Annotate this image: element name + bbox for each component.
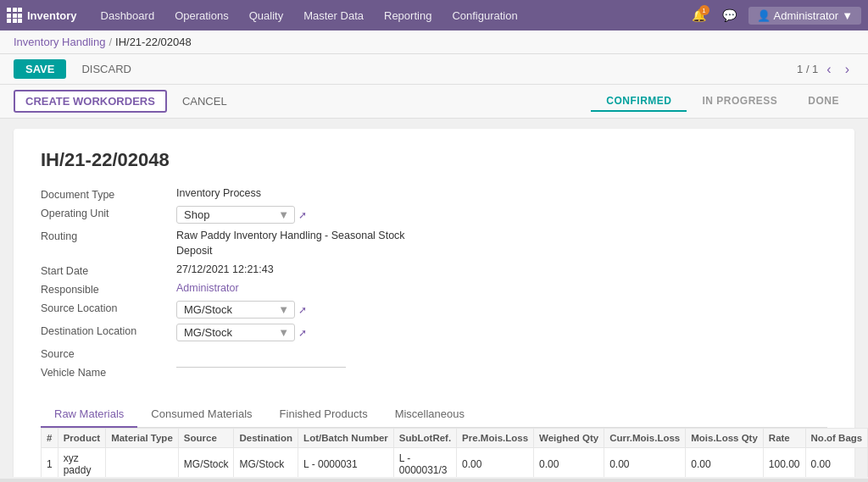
destination-location-value: MG/Stock <box>184 326 232 339</box>
field-source-location: Source Location MG/Stock ▼ ➚ <box>41 298 549 321</box>
label-source: Source <box>41 346 176 360</box>
cancel-button[interactable]: CANCEL <box>174 91 236 111</box>
select-operating-unit: Shop ▼ ➚ <box>176 206 307 224</box>
col-product: Product <box>58 429 105 448</box>
table-cell: 0.00 <box>686 448 764 478</box>
col-weighed-qty: Weighed Qty <box>534 429 604 448</box>
col-material-type: Material Type <box>106 429 179 448</box>
brand-label: Inventory <box>27 9 77 22</box>
admin-label: Administrator <box>774 9 839 22</box>
col-sublotref: SubLotRef. <box>393 429 456 448</box>
value-responsible[interactable]: Administrator <box>176 282 239 294</box>
navbar-right: 🔔 1 💬 👤 Administrator ▼ <box>687 3 861 27</box>
nav-configuration[interactable]: Configuration <box>442 0 527 30</box>
tab-raw-materials[interactable]: Raw Materials <box>41 402 137 428</box>
col-curr-mois-loss: Curr.Mois.Loss <box>604 429 686 448</box>
label-document-type: Document Type <box>41 187 176 201</box>
grid-icon <box>7 8 22 23</box>
main-content: IH/21-22/02048 Document Type Inventory P… <box>0 119 868 477</box>
field-operating-unit: Operating Unit Shop ▼ ➚ <box>41 203 549 226</box>
form-fields: Document Type Inventory Process Operatin… <box>41 185 549 381</box>
operating-unit-external-link-icon[interactable]: ➚ <box>298 209 307 221</box>
horizontal-scrollbar[interactable] <box>0 479 868 482</box>
table-cell: 1 <box>42 448 58 478</box>
table-cell: L - 0000031 <box>298 448 394 478</box>
table-cell: 0.00 <box>457 448 534 478</box>
source-location-select[interactable]: MG/Stock ▼ <box>176 301 295 319</box>
nav-operations[interactable]: Operations <box>164 0 239 30</box>
brand[interactable]: Inventory <box>7 8 77 23</box>
select-destination-location: MG/Stock ▼ ➚ <box>176 324 307 341</box>
source-location-external-link-icon[interactable]: ➚ <box>298 304 307 316</box>
table-row[interactable]: 1xyz paddyMG/StockMG/StockL - 0000031L -… <box>42 448 869 478</box>
notification-icon[interactable]: 🔔 1 <box>687 3 711 27</box>
value-document-type: Inventory Process <box>176 187 261 199</box>
col-mois-loss-qty: Mois.Loss Qty <box>686 429 764 448</box>
label-start-date: Start Date <box>41 263 176 277</box>
source-location-arrow-icon: ▼ <box>278 303 289 316</box>
operating-unit-select[interactable]: Shop ▼ <box>176 206 295 224</box>
admin-menu[interactable]: 👤 Administrator ▼ <box>748 7 861 25</box>
field-document-type: Document Type Inventory Process <box>41 185 549 203</box>
table-cell: MG/Stock <box>178 448 234 478</box>
tab-finished-products[interactable]: Finished Products <box>266 402 381 428</box>
admin-chevron-icon: ▼ <box>842 9 853 22</box>
source-location-value: MG/Stock <box>184 303 232 316</box>
col-source: Source <box>178 429 234 448</box>
create-workorders-button[interactable]: CREATE WORKORDERS <box>14 90 167 113</box>
select-source-location: MG/Stock ▼ ➚ <box>176 301 307 319</box>
operating-unit-value: Shop <box>184 208 209 221</box>
field-responsible: Responsible Administrator <box>41 280 549 298</box>
destination-location-select[interactable]: MG/Stock ▼ <box>176 324 295 341</box>
navbar: Inventory Dashboard Operations Quality M… <box>0 0 868 30</box>
breadcrumb-separator: / <box>108 36 112 48</box>
nav-dashboard[interactable]: Dashboard <box>91 0 165 30</box>
label-source-location: Source Location <box>41 301 176 314</box>
discard-button[interactable]: DISCARD <box>73 59 140 79</box>
prev-page-button[interactable]: ‹ <box>821 60 836 79</box>
nav-master-data[interactable]: Master Data <box>293 0 374 30</box>
table-cell: MG/Stock <box>234 448 298 478</box>
destination-location-external-link-icon[interactable]: ➚ <box>298 327 307 339</box>
field-source: Source <box>41 344 549 363</box>
notification-badge: 1 <box>699 5 709 15</box>
label-destination-location: Destination Location <box>41 324 176 337</box>
value-routing: Raw Paddy Inventory Handling - Seasonal … <box>176 229 431 258</box>
save-button[interactable]: SAVE <box>14 59 66 79</box>
materials-table: # Product Material Type Source Destinati… <box>41 428 868 477</box>
label-vehicle-name: Vehicle Name <box>41 365 176 379</box>
breadcrumb: Inventory Handling / IH/21-22/02048 <box>0 30 868 54</box>
chat-icon[interactable]: 💬 <box>718 3 742 27</box>
status-bar: CONFIRMED IN PROGRESS DONE <box>591 91 854 112</box>
action-bar-1: SAVE DISCARD 1 / 1 ‹ › <box>0 54 868 85</box>
pagination-label: 1 / 1 <box>797 63 818 75</box>
status-done: DONE <box>793 91 854 112</box>
field-vehicle-name: Vehicle Name <box>41 363 549 381</box>
label-responsible: Responsible <box>41 282 176 296</box>
table-cell: 0.00 <box>534 448 604 478</box>
col-rate: Rate <box>763 429 805 448</box>
nav-quality[interactable]: Quality <box>239 0 293 30</box>
nav-reporting[interactable]: Reporting <box>374 0 442 30</box>
value-vehicle-name[interactable] <box>176 365 346 368</box>
doc-title: IH/21-22/02048 <box>41 149 827 171</box>
tab-consumed-materials[interactable]: Consumed Materials <box>137 402 265 428</box>
field-routing: Routing Raw Paddy Inventory Handling - S… <box>41 226 549 261</box>
col-pre-mois-loss: Pre.Mois.Loss <box>457 429 534 448</box>
col-destination: Destination <box>234 429 298 448</box>
field-start-date: Start Date 27/12/2021 12:21:43 <box>41 261 549 280</box>
tab-miscellaneous[interactable]: Miscellaneous <box>381 402 478 428</box>
table-cell <box>106 448 179 478</box>
table-cell: 0.00 <box>604 448 686 478</box>
col-lot-batch: Lot/Batch Number <box>298 429 394 448</box>
next-page-button[interactable]: › <box>840 60 854 79</box>
breadcrumb-parent[interactable]: Inventory Handling <box>14 36 105 48</box>
field-destination-location: Destination Location MG/Stock ▼ ➚ <box>41 321 549 344</box>
nav-menu: Dashboard Operations Quality Master Data… <box>91 0 687 30</box>
table-cell: xyz paddy <box>58 448 105 478</box>
label-operating-unit: Operating Unit <box>41 206 176 219</box>
status-confirmed: CONFIRMED <box>591 91 687 112</box>
col-num: # <box>42 429 58 448</box>
select-arrow-icon: ▼ <box>278 208 289 221</box>
label-routing: Routing <box>41 229 176 242</box>
